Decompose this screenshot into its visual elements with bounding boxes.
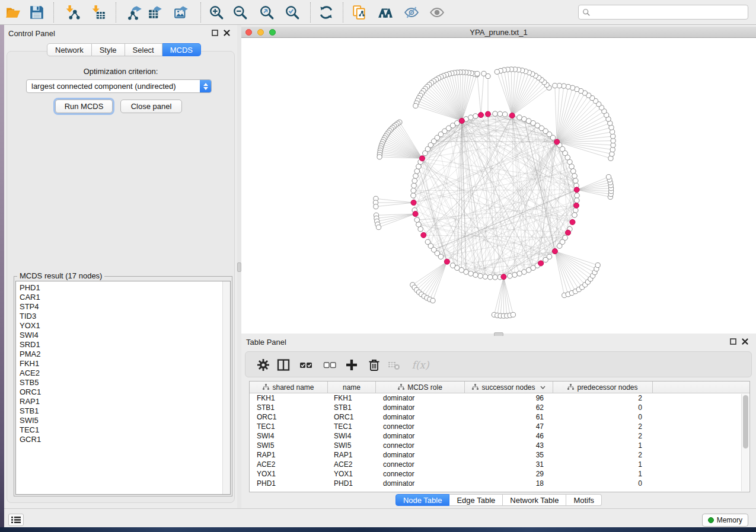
close-panel-button[interactable]: Close panel [120, 100, 182, 113]
mcds-result-item[interactable]: SWI5 [16, 416, 230, 425]
table-row[interactable]: ACE2 ACE2 connector 31 1 [250, 460, 749, 469]
tab-style[interactable]: Style [92, 43, 125, 56]
mcds-result-item[interactable]: PHD1 [16, 283, 230, 293]
delete-column-icon[interactable] [367, 358, 381, 372]
search-input[interactable] [593, 7, 748, 18]
close-table-panel-icon[interactable] [742, 338, 748, 345]
table-scrollbar[interactable] [741, 394, 749, 491]
mcds-result-item[interactable]: TID3 [16, 312, 230, 321]
status-menu-button[interactable] [8, 514, 24, 526]
network-node[interactable] [574, 198, 579, 203]
export-image-icon[interactable] [173, 4, 190, 21]
network-mcds-node[interactable] [565, 230, 570, 235]
tab-edge-table[interactable]: Edge Table [449, 494, 503, 506]
mcds-result-item[interactable]: FKH1 [16, 359, 230, 368]
network-node[interactable] [495, 69, 499, 74]
network-node[interactable] [573, 208, 578, 213]
network-node[interactable] [411, 188, 416, 193]
network-node[interactable] [610, 147, 615, 152]
network-node[interactable] [487, 274, 493, 280]
tab-network-table[interactable]: Network Table [503, 494, 566, 506]
network-node[interactable] [573, 178, 578, 184]
network-node[interactable] [468, 115, 474, 120]
export-network-icon[interactable] [126, 4, 144, 21]
network-node[interactable] [611, 143, 615, 148]
mcds-result-item[interactable]: PMA2 [16, 350, 230, 359]
network-mcds-node[interactable] [479, 113, 484, 118]
mcds-result-item[interactable]: ACE2 [16, 368, 230, 378]
add-column-icon[interactable] [344, 358, 359, 372]
select-all-rows-icon[interactable] [299, 358, 313, 372]
network-node[interactable] [517, 115, 522, 120]
network-mcds-node[interactable] [574, 187, 579, 193]
network-mcds-node[interactable] [538, 261, 544, 266]
network-node[interactable] [517, 271, 522, 276]
tab-network[interactable]: Network [47, 43, 92, 56]
mcds-result-item[interactable]: STP4 [16, 302, 230, 312]
mcds-result-item[interactable]: RAP1 [16, 397, 230, 406]
network-node[interactable] [611, 134, 615, 139]
vertical-splitter-handle[interactable] [237, 262, 241, 272]
network-node[interactable] [553, 83, 557, 88]
network-mcds-node[interactable] [501, 274, 506, 280]
mcds-result-item[interactable]: SRD1 [16, 340, 230, 350]
search-field[interactable] [578, 5, 748, 20]
network-node[interactable] [512, 273, 518, 278]
network-mcds-node[interactable] [411, 200, 416, 206]
network-node[interactable] [557, 83, 562, 88]
network-node[interactable] [425, 239, 430, 245]
network-node[interactable] [377, 155, 382, 159]
network-mcds-node[interactable] [485, 111, 490, 117]
mcds-list-scrollbar[interactable] [222, 281, 230, 494]
zoom-in-icon[interactable] [208, 4, 225, 21]
column-header-mcds-role[interactable]: MCDS role [376, 382, 465, 393]
mcds-result-item[interactable]: STB5 [16, 378, 230, 387]
network-node[interactable] [414, 217, 420, 223]
network-node[interactable] [611, 138, 615, 143]
network-node[interactable] [562, 84, 566, 88]
network-mcds-node[interactable] [444, 259, 449, 264]
run-mcds-button[interactable]: Run MCDS [55, 100, 113, 113]
network-node[interactable] [522, 270, 527, 275]
network-node[interactable] [411, 193, 416, 198]
mcds-result-item[interactable]: SWI4 [16, 331, 230, 340]
network-node[interactable] [473, 114, 479, 119]
column-header-successor-nodes[interactable]: successor nodes [465, 382, 553, 393]
network-mcds-node[interactable] [459, 118, 464, 123]
tab-mcds[interactable]: MCDS [162, 43, 201, 56]
import-network-icon[interactable] [63, 4, 81, 21]
tab-node-table[interactable]: Node Table [395, 494, 450, 506]
show-all-icon[interactable] [428, 4, 446, 21]
mcds-result-item[interactable]: YOX1 [16, 321, 230, 331]
share-document-icon[interactable] [350, 4, 368, 21]
network-node[interactable] [412, 183, 417, 188]
tab-select[interactable]: Select [125, 43, 162, 56]
table-row[interactable]: RAP1 RAP1 dominator 35 2 [250, 450, 749, 460]
network-node[interactable] [413, 174, 419, 179]
open-file-icon[interactable] [4, 4, 22, 21]
optimization-criterion-dropdown[interactable]: largest connected component (undirected) [26, 79, 212, 93]
table-row[interactable]: ORC1 ORC1 dominator 61 0 [250, 412, 749, 422]
network-mcds-node[interactable] [573, 203, 579, 208]
zoom-out-icon[interactable] [231, 4, 249, 21]
network-node[interactable] [455, 121, 460, 126]
network-node[interactable] [575, 193, 580, 198]
network-node[interactable] [374, 204, 378, 209]
network-node[interactable] [478, 273, 483, 278]
network-node[interactable] [493, 111, 498, 117]
table-row[interactable]: PHD1 PHD1 dominator 18 0 [250, 479, 749, 488]
show-columns-icon[interactable] [276, 358, 291, 372]
import-table-icon[interactable] [90, 4, 107, 21]
network-node[interactable] [606, 175, 611, 180]
network-node[interactable] [497, 111, 503, 117]
export-table-icon[interactable] [146, 4, 164, 21]
network-node[interactable] [570, 169, 576, 174]
network-node[interactable] [413, 103, 418, 108]
table-row[interactable]: SWI4 SWI4 dominator 46 2 [250, 431, 749, 441]
table-scrollbar-thumb[interactable] [743, 395, 748, 448]
network-node[interactable] [475, 71, 480, 76]
column-header-name[interactable]: name [328, 382, 376, 393]
network-node[interactable] [502, 112, 508, 117]
network-node[interactable] [483, 274, 488, 280]
network-node[interactable] [493, 275, 498, 280]
